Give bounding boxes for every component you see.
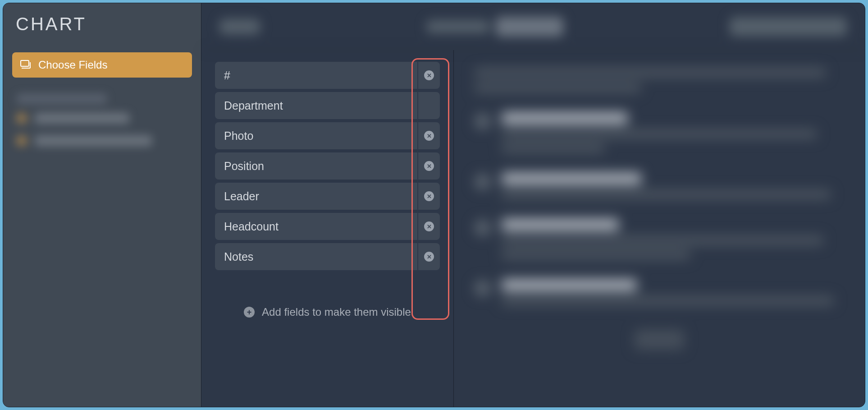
field-row[interactable]: Photo✕ bbox=[215, 122, 440, 149]
sidebar: CHART Choose Fields bbox=[3, 3, 201, 407]
sidebar-blurred-section bbox=[12, 89, 192, 158]
add-fields-button[interactable]: + Add fields to make them visible bbox=[215, 306, 440, 318]
field-remove-button[interactable]: ✕ bbox=[417, 183, 440, 210]
remove-icon: ✕ bbox=[424, 131, 434, 141]
field-remove-button[interactable]: ✕ bbox=[417, 152, 440, 180]
field-row[interactable]: Position✕ bbox=[215, 152, 440, 180]
field-row[interactable]: Leader✕ bbox=[215, 183, 440, 210]
fields-panel: #✕DepartmentPhoto✕Position✕Leader✕Headco… bbox=[201, 50, 454, 407]
svg-rect-0 bbox=[21, 60, 29, 66]
field-label: # bbox=[215, 62, 417, 89]
topbar-blurred bbox=[201, 3, 865, 50]
field-label: Department bbox=[215, 92, 417, 119]
add-fields-label: Add fields to make them visible bbox=[262, 306, 411, 318]
remove-icon: ✕ bbox=[424, 161, 434, 171]
main-body: #✕DepartmentPhoto✕Position✕Leader✕Headco… bbox=[201, 50, 865, 407]
sidebar-title: CHART bbox=[16, 14, 192, 34]
field-row[interactable]: Headcount✕ bbox=[215, 213, 440, 240]
field-remove-button[interactable]: ✕ bbox=[417, 243, 440, 270]
field-remove-button[interactable]: ✕ bbox=[417, 62, 440, 89]
field-row[interactable]: Notes✕ bbox=[215, 243, 440, 270]
sidebar-item-label: Choose Fields bbox=[38, 59, 107, 71]
remove-icon: ✕ bbox=[424, 70, 434, 80]
app-window: CHART Choose Fields bbox=[3, 3, 865, 407]
field-label: Leader bbox=[215, 183, 417, 210]
field-remove-button[interactable]: ✕ bbox=[417, 122, 440, 149]
main-area: #✕DepartmentPhoto✕Position✕Leader✕Headco… bbox=[201, 3, 865, 407]
fields-icon bbox=[20, 60, 33, 70]
field-remove-button[interactable]: ✕ bbox=[417, 213, 440, 240]
field-row[interactable]: Department bbox=[215, 92, 440, 119]
remove-icon: ✕ bbox=[424, 191, 434, 201]
right-panel-blurred bbox=[454, 50, 865, 407]
field-label: Photo bbox=[215, 122, 417, 149]
field-label: Headcount bbox=[215, 213, 417, 240]
sidebar-item-choose-fields[interactable]: Choose Fields bbox=[12, 52, 192, 78]
remove-icon: ✕ bbox=[424, 221, 434, 231]
field-label: Notes bbox=[215, 243, 417, 270]
field-list: #✕DepartmentPhoto✕Position✕Leader✕Headco… bbox=[215, 62, 440, 273]
field-label: Position bbox=[215, 152, 417, 180]
field-row[interactable]: #✕ bbox=[215, 62, 440, 89]
remove-icon: ✕ bbox=[424, 252, 434, 262]
plus-circle-icon: + bbox=[244, 307, 255, 318]
field-remove-button bbox=[417, 92, 440, 119]
